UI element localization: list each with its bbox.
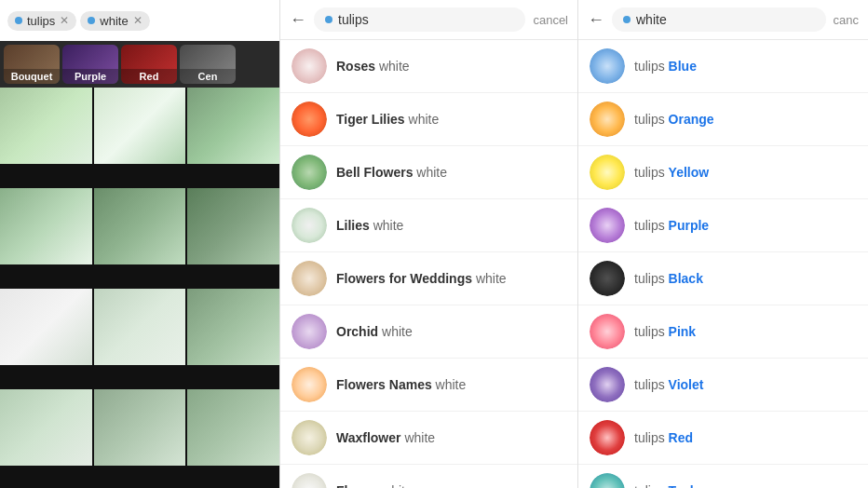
category-item-red[interactable]: Red xyxy=(121,45,177,84)
right-search-dot xyxy=(623,16,631,23)
right-thumb-inner-4 xyxy=(590,261,625,296)
grid-image-2 xyxy=(187,88,279,164)
right-suggestion-item-8[interactable]: tulips Teal xyxy=(578,465,868,488)
right-prefix-4: tulips xyxy=(634,271,669,286)
suggestion-thumb-6 xyxy=(292,367,327,402)
right-thumb-5 xyxy=(590,314,625,349)
grid-image-11 xyxy=(187,389,279,466)
right-thumb-inner-5 xyxy=(590,314,625,349)
right-suggestion-item-4[interactable]: tulips Black xyxy=(578,252,868,305)
grid-image-3 xyxy=(0,188,92,264)
tag-remove-btn[interactable]: ✕ xyxy=(133,14,142,27)
right-suggestion-item-3[interactable]: tulips Purple xyxy=(578,199,868,252)
right-search-text[interactable]: white xyxy=(636,12,815,27)
right-thumb-4 xyxy=(590,261,625,296)
right-thumb-7 xyxy=(590,420,625,455)
right-accent-1: Orange xyxy=(669,112,714,127)
suggestion-thumb-inner-0 xyxy=(292,48,327,84)
category-bar: BouquetPurpleRedCen xyxy=(0,41,279,88)
middle-suggestion-item-0[interactable]: Roses white xyxy=(280,40,577,93)
tag-remove-btn[interactable]: ✕ xyxy=(60,14,69,27)
suggestion-suffix-2: white xyxy=(416,165,447,180)
right-text-6: tulips Violet xyxy=(634,377,703,392)
right-prefix-5: tulips xyxy=(634,324,669,339)
right-accent-3: Purple xyxy=(669,218,710,233)
middle-suggestion-item-4[interactable]: Flowers for Weddings white xyxy=(280,252,577,305)
right-panel: ← white canc tulips Blue tulips Orange t… xyxy=(577,0,868,488)
suggestion-name-8: Flower xyxy=(336,483,378,488)
middle-suggestion-item-7[interactable]: Waxflower white xyxy=(280,412,577,465)
middle-suggestion-item-2[interactable]: Bell Flowers white xyxy=(280,146,577,199)
middle-suggestion-item-3[interactable]: Lilies white xyxy=(280,199,577,252)
suggestion-thumb-3 xyxy=(292,208,327,243)
grid-cell-3[interactable] xyxy=(0,188,92,264)
middle-search-text[interactable]: tulips xyxy=(338,12,514,27)
right-back-arrow[interactable]: ← xyxy=(588,10,604,30)
right-thumb-inner-0 xyxy=(590,48,625,84)
grid-cell-6[interactable] xyxy=(0,289,92,365)
suggestion-thumb-inner-4 xyxy=(292,261,327,296)
grid-image-5 xyxy=(187,188,279,264)
suggestion-thumb-inner-8 xyxy=(292,473,327,488)
suggestion-thumb-inner-2 xyxy=(292,155,327,190)
right-suggestion-item-1[interactable]: tulips Orange xyxy=(578,93,868,146)
grid-cell-8[interactable] xyxy=(187,289,279,365)
tag-chip-tag-white: white✕ xyxy=(80,11,149,31)
right-suggestion-item-0[interactable]: tulips Blue xyxy=(578,40,868,93)
grid-image-8 xyxy=(187,289,279,365)
suggestion-text-7: Waxflower white xyxy=(336,430,435,445)
suggestion-text-0: Roses white xyxy=(336,59,410,74)
grid-cell-0[interactable] xyxy=(0,88,92,164)
suggestion-name-0: Roses xyxy=(336,59,375,74)
suggestion-thumb-2 xyxy=(292,155,327,190)
middle-back-arrow[interactable]: ← xyxy=(290,10,306,30)
category-item-bouquet[interactable]: Bouquet xyxy=(4,45,60,84)
grid-image-4 xyxy=(94,188,186,264)
right-suggestion-item-5[interactable]: tulips Pink xyxy=(578,305,868,359)
middle-suggestion-item-8[interactable]: Flower white xyxy=(280,465,577,488)
right-thumb-2 xyxy=(590,155,625,190)
grid-cell-9[interactable] xyxy=(0,389,92,466)
suggestion-thumb-1 xyxy=(292,102,327,137)
suggestion-suffix-3: white xyxy=(373,218,404,233)
right-thumb-8 xyxy=(590,473,625,488)
suggestion-suffix-1: white xyxy=(409,112,440,127)
right-thumb-inner-1 xyxy=(590,102,625,137)
right-thumb-inner-8 xyxy=(590,473,625,488)
grid-cell-7[interactable] xyxy=(94,289,186,365)
right-cancel-button[interactable]: canc xyxy=(834,13,859,27)
middle-search-dot xyxy=(325,16,332,23)
grid-cell-1[interactable] xyxy=(94,88,186,164)
tag-dot xyxy=(88,17,95,24)
grid-cell-5[interactable] xyxy=(187,188,279,264)
suggestion-thumb-8 xyxy=(292,473,327,488)
right-text-8: tulips Teal xyxy=(634,483,694,488)
right-thumb-3 xyxy=(590,208,625,243)
category-item-purple[interactable]: Purple xyxy=(62,45,118,84)
suggestion-suffix-5: white xyxy=(382,324,413,339)
tag-label: tulips xyxy=(27,14,55,28)
tag-dot xyxy=(15,17,22,24)
grid-image-6 xyxy=(0,289,92,365)
right-suggestion-item-2[interactable]: tulips Yellow xyxy=(578,146,868,199)
grid-image-1 xyxy=(94,88,186,164)
grid-cell-4[interactable] xyxy=(94,188,186,264)
right-suggestion-item-7[interactable]: tulips Red xyxy=(578,412,868,465)
category-item-cen[interactable]: Cen xyxy=(180,45,236,84)
suggestion-thumb-0 xyxy=(292,48,327,84)
middle-panel: ← tulips cancel Roses white Tiger Lilies… xyxy=(279,0,577,488)
middle-suggestion-item-5[interactable]: Orchid white xyxy=(280,305,577,359)
left-panel: tulips✕white✕ BouquetPurpleRedCen xyxy=(0,0,279,488)
grid-cell-10[interactable] xyxy=(94,389,186,466)
right-suggestion-item-6[interactable]: tulips Violet xyxy=(578,359,868,412)
middle-suggestion-item-6[interactable]: Flowers Names white xyxy=(280,359,577,412)
middle-cancel-button[interactable]: cancel xyxy=(533,13,568,27)
grid-cell-2[interactable] xyxy=(187,88,279,164)
middle-suggestion-item-1[interactable]: Tiger Lilies white xyxy=(280,93,577,146)
right-text-5: tulips Pink xyxy=(634,324,696,339)
grid-cell-11[interactable] xyxy=(187,389,279,466)
right-accent-8: Teal xyxy=(669,483,694,488)
category-label: Purple xyxy=(62,69,118,84)
right-accent-7: Red xyxy=(669,430,693,445)
left-search-bar: tulips✕white✕ xyxy=(0,0,279,41)
